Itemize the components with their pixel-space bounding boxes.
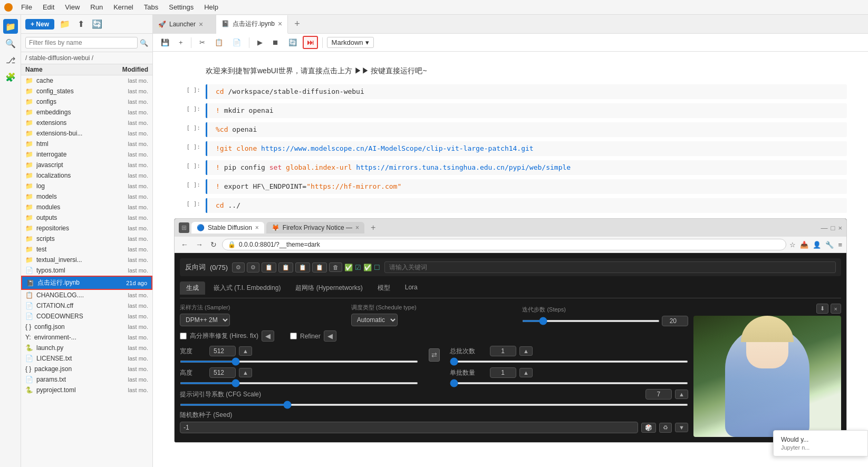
cell-7-content[interactable]: cd ../: [206, 198, 847, 213]
sd-checkbox-3[interactable]: ✅: [363, 264, 372, 271]
browser-address-bar[interactable]: 🔒 0.0.0.0:8801/?__theme=dark: [222, 239, 786, 250]
sd-tab-generate[interactable]: 生成: [180, 281, 205, 295]
search-sidebar-icon[interactable]: 🔍: [3, 36, 18, 51]
browser-bookmark-icon[interactable]: ☆: [789, 241, 796, 249]
cell-4-content[interactable]: !git clone https://www.modelscope.cn/AI-…: [206, 141, 847, 156]
list-item[interactable]: Y: environment-... last mo.: [21, 332, 152, 343]
new-launcher-button[interactable]: + New: [25, 19, 54, 30]
list-item[interactable]: { } config.json last mo.: [21, 322, 152, 332]
sampler-select[interactable]: DPM++ 2M: [180, 314, 230, 326]
sd-tab-lora[interactable]: Lora: [399, 281, 424, 295]
menu-kernel[interactable]: Kernel: [111, 2, 136, 12]
cell-6-content[interactable]: ! export HF\_ENDPOINT="https://hf-mirror…: [206, 179, 847, 194]
sd-icon-btn-1[interactable]: ⚙: [232, 262, 245, 273]
browser-tab-sd[interactable]: 🔵 Stable Diffusion ×: [191, 222, 264, 234]
save-notebook-button[interactable]: 💾: [157, 36, 173, 48]
image-download-button[interactable]: ⬇: [816, 304, 828, 314]
steps-input[interactable]: [662, 316, 688, 326]
sd-checkbox-2[interactable]: ☑: [355, 264, 361, 271]
list-item[interactable]: 📁 textual_inversi... last mo.: [21, 255, 152, 265]
schedule-select[interactable]: Automatic: [351, 314, 398, 326]
sd-tab-hypernetworks[interactable]: 超网络 (Hypernetworks): [289, 281, 369, 295]
menu-file[interactable]: File: [19, 2, 34, 12]
sd-icon-btn-3[interactable]: 📋: [262, 262, 276, 273]
sd-tab-close[interactable]: ×: [255, 224, 259, 231]
extensions-icon[interactable]: 🧩: [3, 70, 18, 84]
batch-count-input[interactable]: [490, 346, 516, 356]
sd-icon-btn-2[interactable]: ⚙: [247, 262, 259, 273]
browser-new-tab-button[interactable]: +: [367, 221, 380, 235]
list-item[interactable]: 📁 test last mo.: [21, 244, 152, 255]
menu-edit[interactable]: Edit: [41, 2, 56, 12]
height-slider[interactable]: [180, 382, 418, 384]
tab-notebook[interactable]: 📓 点击运行.ipynb ×: [216, 15, 288, 34]
cfg-slider[interactable]: [180, 404, 688, 406]
restart-kernel-button[interactable]: 🔄: [285, 36, 301, 48]
refiner-checkbox[interactable]: [290, 333, 297, 339]
notebook-tab-close[interactable]: ×: [278, 20, 282, 28]
sd-icon-btn-6[interactable]: 📋: [312, 262, 327, 273]
list-item[interactable]: 📁 log last mo.: [21, 181, 152, 191]
list-item[interactable]: 🐍 launch.py last mo.: [21, 343, 152, 353]
list-item[interactable]: 📁 localizations last mo.: [21, 170, 152, 181]
browser-account-icon[interactable]: 👤: [813, 241, 821, 249]
list-item[interactable]: 📁 html last mo.: [21, 139, 152, 149]
list-item[interactable]: 📁 modules last mo.: [21, 202, 152, 212]
cell-1-content[interactable]: cd /workspace/stable-diffusion-webui: [206, 84, 847, 99]
run-cell-button[interactable]: ▶: [254, 36, 266, 48]
list-item[interactable]: 📄 params.txt last mo.: [21, 374, 152, 385]
upload-button[interactable]: ⬆: [75, 18, 86, 30]
hires-checkbox[interactable]: [180, 333, 187, 339]
height-increment-button[interactable]: ▲: [239, 368, 252, 377]
list-item[interactable]: 📁 scripts last mo.: [21, 234, 152, 244]
batch-size-slider[interactable]: [450, 382, 688, 384]
cfg-input[interactable]: [645, 389, 672, 400]
launcher-tab-close[interactable]: ×: [199, 20, 203, 28]
seed-input[interactable]: [180, 422, 638, 433]
menu-view[interactable]: View: [63, 2, 82, 12]
file-search-input[interactable]: [25, 37, 138, 48]
menu-settings[interactable]: Settings: [167, 2, 196, 12]
seed-dice-button[interactable]: 🎲: [641, 423, 656, 433]
tab-launcher[interactable]: 🚀 Launcher ×: [153, 15, 216, 33]
new-tab-button[interactable]: +: [290, 18, 304, 30]
cut-cell-button[interactable]: ✂: [196, 36, 209, 48]
stop-kernel-button[interactable]: ⏹: [268, 36, 283, 48]
browser-back-button[interactable]: ←: [179, 239, 190, 250]
cfg-increment-button[interactable]: ▲: [675, 390, 688, 399]
list-item[interactable]: 📁 configs last mo.: [21, 96, 152, 107]
list-item[interactable]: 📁 embeddings last mo.: [21, 107, 152, 118]
sd-icon-btn-7[interactable]: 🗑: [329, 262, 342, 272]
list-item[interactable]: 🐍 pyproject.toml last mo.: [21, 385, 152, 395]
negative-prompt-input[interactable]: [384, 261, 836, 273]
files-icon[interactable]: 📁: [3, 19, 18, 34]
seed-expand-button[interactable]: ▼: [675, 423, 688, 432]
width-increment-button[interactable]: ▲: [239, 346, 252, 356]
steps-slider[interactable]: [522, 320, 660, 322]
list-item[interactable]: 📁 models last mo.: [21, 191, 152, 202]
list-item[interactable]: 📁 extensions-bui... last mo.: [21, 128, 152, 139]
batch-count-slider[interactable]: [450, 361, 688, 363]
list-item[interactable]: { } package.json last mo.: [21, 364, 152, 374]
sd-checkbox-1[interactable]: ✅: [344, 264, 353, 271]
browser-menu-icon[interactable]: ≡: [838, 241, 842, 249]
browser-minimize-icon[interactable]: —: [821, 224, 828, 232]
sd-checkbox-4[interactable]: ☐: [374, 264, 380, 271]
batch-size-input[interactable]: [490, 367, 516, 378]
browser-tab-privacy[interactable]: 🦊 Firefox Privacy Notice — ×: [266, 222, 364, 234]
list-item[interactable]: 📄 CITATION.cff last mo.: [21, 300, 152, 311]
new-folder-button[interactable]: 📁: [57, 18, 72, 30]
list-item[interactable]: 📁 interrogate last mo.: [21, 149, 152, 160]
list-item[interactable]: 📁 cache last mo.: [21, 75, 152, 86]
list-item[interactable]: 📁 javascript last mo.: [21, 160, 152, 170]
batch-size-increment-button[interactable]: ▲: [519, 368, 533, 377]
list-item[interactable]: 📄 typos.toml last mo.: [21, 265, 152, 276]
cell-2-content[interactable]: ! mkdir openai: [206, 103, 847, 118]
privacy-tab-close[interactable]: ×: [355, 224, 359, 231]
browser-extension-icon[interactable]: 🔧: [825, 241, 834, 249]
refresh-button[interactable]: 🔄: [90, 18, 104, 30]
cell-5-content[interactable]: ! pip config set global.index-url https:…: [206, 160, 847, 175]
swap-dimensions-button[interactable]: ⇄: [429, 348, 440, 362]
list-item[interactable]: 📁 repositories last mo.: [21, 223, 152, 234]
browser-forward-button[interactable]: →: [194, 239, 205, 250]
